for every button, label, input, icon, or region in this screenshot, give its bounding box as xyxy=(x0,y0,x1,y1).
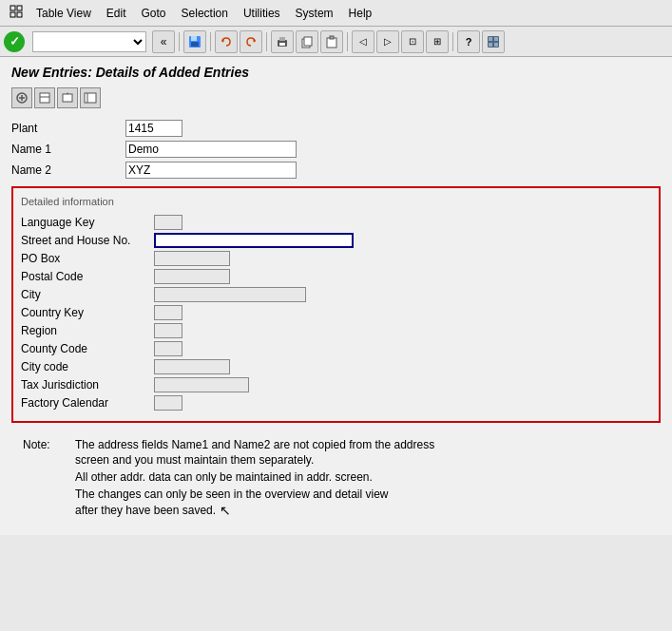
city-code-input[interactable] xyxy=(154,359,230,374)
svg-rect-24 xyxy=(40,93,49,103)
name1-label: Name 1 xyxy=(11,143,125,156)
svg-rect-6 xyxy=(191,42,199,47)
svg-rect-18 xyxy=(494,37,498,41)
detail-label-city: City xyxy=(21,288,154,301)
note-row-3: All other addr. data can only be maintai… xyxy=(23,470,649,484)
menubar-item-goto[interactable]: Goto xyxy=(134,3,174,24)
toolbar-copy-btn[interactable] xyxy=(296,30,318,53)
note-text-4: The changes can only be seen in the over… xyxy=(75,488,649,501)
svg-rect-28 xyxy=(85,93,96,103)
main-content: New Entries: Details of Added Entries Pl… xyxy=(0,57,672,631)
toolbar-back-btn[interactable]: « xyxy=(152,30,175,53)
note-row-4: The changes can only be seen in the over… xyxy=(23,488,649,501)
detail-field-region: Region xyxy=(21,323,651,338)
toolbar: ✓ « ◁ ▷ ⊡ ⊞ ? xyxy=(0,27,672,57)
svg-rect-13 xyxy=(304,37,312,46)
panel-btn-3[interactable] xyxy=(57,87,78,108)
svg-rect-15 xyxy=(330,36,334,39)
note-row-1: Note: The address fields Name1 and Name2… xyxy=(23,438,649,451)
detail-field-country-key: Country Key xyxy=(21,305,651,320)
plant-field: Plant xyxy=(11,120,661,137)
plant-label: Plant xyxy=(11,122,125,135)
menubar-item-help[interactable]: Help xyxy=(341,3,380,24)
note-row-5: after they have been saved. ↖ xyxy=(23,503,649,518)
svg-rect-3 xyxy=(17,12,22,17)
svg-rect-26 xyxy=(63,94,72,102)
city-input[interactable] xyxy=(154,287,306,302)
detail-field-factory-calendar: Factory Calendar xyxy=(21,395,651,411)
note-text-2: screen and you must maintain them separa… xyxy=(75,453,649,467)
detail-label-language-key: Language Key xyxy=(21,216,154,229)
note-label: Note: xyxy=(23,438,75,451)
po-box-input[interactable] xyxy=(154,251,230,266)
toolbar-paste-btn[interactable] xyxy=(320,30,343,53)
menubar-item-tableview[interactable]: Table View xyxy=(29,3,99,24)
detail-field-po-box: PO Box xyxy=(21,251,651,266)
factory-calendar-input[interactable] xyxy=(154,395,182,411)
menubar: Table View Edit Goto Selection Utilities… xyxy=(0,0,672,27)
detail-label-street-house: Street and House No. xyxy=(21,234,154,247)
svg-rect-0 xyxy=(10,6,15,10)
country-key-input[interactable] xyxy=(154,305,182,320)
panel-btn-2[interactable] xyxy=(34,87,55,108)
detail-label-region: Region xyxy=(21,324,154,337)
street-house-input[interactable] xyxy=(154,233,354,248)
toolbar-last-btn[interactable]: ⊞ xyxy=(426,30,449,53)
svg-rect-19 xyxy=(489,43,492,47)
name1-input[interactable] xyxy=(125,141,297,158)
svg-rect-5 xyxy=(191,36,197,41)
county-code-input[interactable] xyxy=(154,341,182,356)
name2-input[interactable] xyxy=(125,162,297,179)
name2-field: Name 2 xyxy=(11,162,661,179)
toolbar-select[interactable] xyxy=(32,31,146,52)
panel-btn-4[interactable] xyxy=(80,87,101,108)
toolbar-prev-btn[interactable]: ◁ xyxy=(352,30,374,53)
svg-rect-10 xyxy=(279,37,285,41)
region-input[interactable] xyxy=(154,323,182,338)
menubar-item-selection[interactable]: Selection xyxy=(174,3,236,24)
toolbar-print-btn[interactable] xyxy=(271,30,294,53)
detail-field-city: City xyxy=(21,287,651,302)
detail-field-street-house: Street and House No. xyxy=(21,233,651,248)
svg-rect-11 xyxy=(279,43,285,46)
svg-rect-2 xyxy=(10,12,15,17)
detail-field-postal-code: Postal Code xyxy=(21,269,651,284)
toolbar-help-btn[interactable]: ? xyxy=(457,30,480,53)
svg-marker-27 xyxy=(67,92,68,94)
toolbar-undo-btn[interactable] xyxy=(215,30,238,53)
toolbar-first-btn[interactable]: ⊡ xyxy=(401,30,424,53)
detail-field-language-key: Language Key xyxy=(21,215,651,230)
tax-jurisdiction-input[interactable] xyxy=(154,377,249,392)
menubar-icon[interactable] xyxy=(4,1,29,25)
detail-section: Detailed information Language Key Street… xyxy=(11,186,661,423)
note-section: Note: The address fields Name1 and Name2… xyxy=(11,430,661,527)
toolbar-save-btn[interactable] xyxy=(183,30,206,53)
name2-label: Name 2 xyxy=(11,163,125,177)
svg-rect-20 xyxy=(494,43,498,47)
panel-toolbar xyxy=(11,87,661,108)
note-text-1: The address fields Name1 and Name2 are n… xyxy=(75,438,649,451)
language-key-input[interactable] xyxy=(154,215,182,230)
postal-code-input[interactable] xyxy=(154,269,230,284)
toolbar-next-btn[interactable]: ▷ xyxy=(376,30,399,53)
toolbar-redo-btn[interactable] xyxy=(240,30,262,53)
menubar-item-edit[interactable]: Edit xyxy=(99,3,134,24)
detail-field-city-code: City code xyxy=(21,359,651,374)
panel-btn-1[interactable] xyxy=(11,87,32,108)
toolbar-settings-btn[interactable] xyxy=(482,30,505,53)
green-check-icon[interactable]: ✓ xyxy=(4,31,25,52)
detail-label-factory-calendar: Factory Calendar xyxy=(21,396,154,410)
detail-label-country-key: Country Key xyxy=(21,306,154,319)
panel: New Entries: Details of Added Entries Pl… xyxy=(0,57,672,535)
menubar-item-utilities[interactable]: Utilities xyxy=(236,3,288,24)
note-text-5: after they have been saved. ↖ xyxy=(75,503,649,518)
detail-label-po-box: PO Box xyxy=(21,252,154,265)
cursor-icon: ↖ xyxy=(220,503,231,518)
plant-input[interactable] xyxy=(125,120,182,137)
detail-label-tax-jurisdiction: Tax Jurisdiction xyxy=(21,378,154,392)
panel-title: New Entries: Details of Added Entries xyxy=(11,65,661,80)
menubar-item-system[interactable]: System xyxy=(288,3,341,24)
detail-field-tax-jurisdiction: Tax Jurisdiction xyxy=(21,377,651,392)
detail-field-county-code: County Code xyxy=(21,341,651,356)
name1-field: Name 1 xyxy=(11,141,661,158)
